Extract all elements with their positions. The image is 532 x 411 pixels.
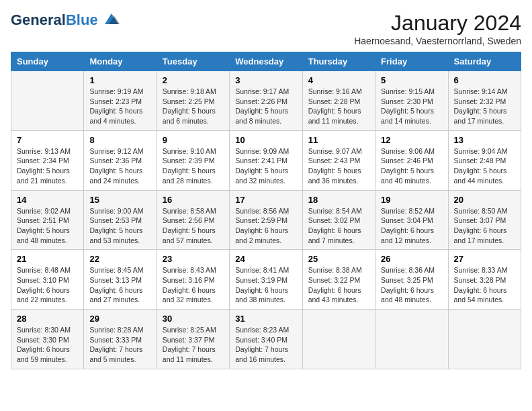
calendar-cell: 22Sunrise: 8:45 AM Sunset: 3:13 PM Dayli… [84, 250, 157, 310]
day-info: Sunrise: 9:10 AM Sunset: 2:39 PM Dayligh… [163, 146, 224, 186]
day-info: Sunrise: 8:52 AM Sunset: 3:04 PM Dayligh… [381, 206, 442, 246]
day-info: Sunrise: 8:38 AM Sunset: 3:22 PM Dayligh… [308, 265, 369, 305]
calendar-cell: 11Sunrise: 9:07 AM Sunset: 2:43 PM Dayli… [302, 130, 375, 190]
calendar-cell [11, 71, 84, 131]
day-number: 26 [381, 254, 442, 264]
header-thursday: Thursday [302, 52, 375, 71]
day-number: 30 [163, 314, 224, 324]
header-friday: Friday [375, 52, 448, 71]
day-info: Sunrise: 9:02 AM Sunset: 2:51 PM Dayligh… [17, 206, 78, 246]
day-number: 8 [89, 135, 150, 145]
calendar-table: SundayMondayTuesdayWednesdayThursdayFrid… [11, 52, 521, 369]
logo-blue: Blue [66, 11, 98, 28]
calendar-cell: 5Sunrise: 9:15 AM Sunset: 2:30 PM Daylig… [375, 71, 448, 131]
calendar-cell: 19Sunrise: 8:52 AM Sunset: 3:04 PM Dayli… [375, 190, 448, 250]
day-info: Sunrise: 8:30 AM Sunset: 3:30 PM Dayligh… [17, 325, 78, 365]
calendar-cell: 24Sunrise: 8:41 AM Sunset: 3:19 PM Dayli… [230, 250, 302, 310]
calendar-week-row: 1Sunrise: 9:19 AM Sunset: 2:23 PM Daylig… [11, 71, 521, 131]
day-number: 25 [308, 254, 369, 264]
day-info: Sunrise: 9:19 AM Sunset: 2:23 PM Dayligh… [89, 87, 150, 126]
day-number: 12 [381, 135, 442, 145]
day-info: Sunrise: 9:17 AM Sunset: 2:26 PM Dayligh… [235, 87, 296, 126]
calendar-cell: 20Sunrise: 8:50 AM Sunset: 3:07 PM Dayli… [448, 190, 521, 250]
calendar-cell: 18Sunrise: 8:54 AM Sunset: 3:02 PM Dayli… [302, 190, 375, 250]
header-monday: Monday [84, 52, 157, 71]
day-number: 21 [17, 254, 78, 264]
calendar-week-row: 14Sunrise: 9:02 AM Sunset: 2:51 PM Dayli… [11, 190, 521, 250]
calendar-cell: 8Sunrise: 9:12 AM Sunset: 2:36 PM Daylig… [84, 130, 157, 190]
day-number: 18 [308, 195, 369, 205]
day-number: 7 [17, 135, 78, 145]
calendar-cell: 14Sunrise: 9:02 AM Sunset: 2:51 PM Dayli… [11, 190, 84, 250]
day-info: Sunrise: 8:45 AM Sunset: 3:13 PM Dayligh… [89, 265, 150, 305]
day-info: Sunrise: 8:43 AM Sunset: 3:16 PM Dayligh… [163, 265, 224, 305]
day-number: 16 [163, 195, 224, 205]
day-info: Sunrise: 8:25 AM Sunset: 3:37 PM Dayligh… [163, 325, 224, 365]
day-info: Sunrise: 8:58 AM Sunset: 2:56 PM Dayligh… [163, 206, 224, 246]
header-tuesday: Tuesday [157, 52, 229, 71]
day-info: Sunrise: 8:36 AM Sunset: 3:25 PM Dayligh… [381, 265, 442, 305]
day-number: 6 [454, 75, 515, 85]
day-number: 5 [381, 75, 442, 85]
day-info: Sunrise: 8:41 AM Sunset: 3:19 PM Dayligh… [235, 265, 296, 305]
day-info: Sunrise: 8:48 AM Sunset: 3:10 PM Dayligh… [17, 265, 78, 305]
day-info: Sunrise: 9:15 AM Sunset: 2:30 PM Dayligh… [381, 87, 442, 126]
calendar-cell [375, 310, 448, 369]
day-number: 27 [454, 254, 515, 264]
header-sunday: Sunday [11, 52, 84, 71]
calendar-cell: 27Sunrise: 8:33 AM Sunset: 3:28 PM Dayli… [448, 250, 521, 310]
logo-general: General [11, 11, 66, 28]
day-info: Sunrise: 8:28 AM Sunset: 3:33 PM Dayligh… [89, 325, 150, 365]
day-number: 17 [235, 195, 296, 205]
day-info: Sunrise: 9:06 AM Sunset: 2:46 PM Dayligh… [381, 146, 442, 186]
day-number: 10 [235, 135, 296, 145]
day-number: 2 [163, 75, 224, 85]
day-number: 1 [89, 75, 150, 85]
month-title: January 2024 [354, 11, 521, 36]
calendar-cell: 23Sunrise: 8:43 AM Sunset: 3:16 PM Dayli… [157, 250, 229, 310]
calendar-header-row: SundayMondayTuesdayWednesdayThursdayFrid… [11, 52, 521, 71]
calendar-cell: 4Sunrise: 9:16 AM Sunset: 2:28 PM Daylig… [302, 71, 375, 131]
calendar-cell: 15Sunrise: 9:00 AM Sunset: 2:53 PM Dayli… [84, 190, 157, 250]
day-info: Sunrise: 8:56 AM Sunset: 2:59 PM Dayligh… [235, 206, 296, 246]
day-number: 24 [235, 254, 296, 264]
day-number: 19 [381, 195, 442, 205]
header-saturday: Saturday [448, 52, 521, 71]
day-number: 20 [454, 195, 515, 205]
calendar-cell: 7Sunrise: 9:13 AM Sunset: 2:34 PM Daylig… [11, 130, 84, 190]
day-number: 22 [89, 254, 150, 264]
calendar-cell [302, 310, 375, 369]
day-info: Sunrise: 9:16 AM Sunset: 2:28 PM Dayligh… [308, 87, 369, 126]
calendar-cell: 26Sunrise: 8:36 AM Sunset: 3:25 PM Dayli… [375, 250, 448, 310]
day-info: Sunrise: 8:54 AM Sunset: 3:02 PM Dayligh… [308, 206, 369, 246]
day-info: Sunrise: 8:23 AM Sunset: 3:40 PM Dayligh… [235, 325, 296, 365]
calendar-cell: 12Sunrise: 9:06 AM Sunset: 2:46 PM Dayli… [375, 130, 448, 190]
day-number: 4 [308, 75, 369, 85]
calendar-week-row: 28Sunrise: 8:30 AM Sunset: 3:30 PM Dayli… [11, 310, 521, 369]
calendar-cell: 1Sunrise: 9:19 AM Sunset: 2:23 PM Daylig… [84, 71, 157, 131]
day-info: Sunrise: 9:00 AM Sunset: 2:53 PM Dayligh… [89, 206, 150, 246]
calendar-cell: 25Sunrise: 8:38 AM Sunset: 3:22 PM Dayli… [302, 250, 375, 310]
day-number: 3 [235, 75, 296, 85]
calendar-cell: 3Sunrise: 9:17 AM Sunset: 2:26 PM Daylig… [230, 71, 302, 131]
calendar-cell [448, 310, 521, 369]
calendar-week-row: 21Sunrise: 8:48 AM Sunset: 3:10 PM Dayli… [11, 250, 521, 310]
calendar-week-row: 7Sunrise: 9:13 AM Sunset: 2:34 PM Daylig… [11, 130, 521, 190]
day-number: 9 [163, 135, 224, 145]
calendar-cell: 6Sunrise: 9:14 AM Sunset: 2:32 PM Daylig… [448, 71, 521, 131]
calendar-cell: 13Sunrise: 9:04 AM Sunset: 2:48 PM Dayli… [448, 130, 521, 190]
calendar-cell: 31Sunrise: 8:23 AM Sunset: 3:40 PM Dayli… [230, 310, 302, 369]
day-number: 14 [17, 195, 78, 205]
page-header: GeneralBlue January 2024 Haernoesand, Va… [11, 11, 521, 46]
logo: GeneralBlue [11, 11, 124, 30]
day-number: 28 [17, 314, 78, 324]
day-info: Sunrise: 9:07 AM Sunset: 2:43 PM Dayligh… [308, 146, 369, 186]
calendar-cell: 29Sunrise: 8:28 AM Sunset: 3:33 PM Dayli… [84, 310, 157, 369]
day-number: 11 [308, 135, 369, 145]
header-wednesday: Wednesday [230, 52, 302, 71]
day-info: Sunrise: 9:04 AM Sunset: 2:48 PM Dayligh… [454, 146, 515, 186]
day-info: Sunrise: 9:13 AM Sunset: 2:34 PM Dayligh… [17, 146, 78, 186]
day-number: 31 [235, 314, 296, 324]
calendar-cell: 30Sunrise: 8:25 AM Sunset: 3:37 PM Dayli… [157, 310, 229, 369]
logo-icon [99, 11, 124, 30]
